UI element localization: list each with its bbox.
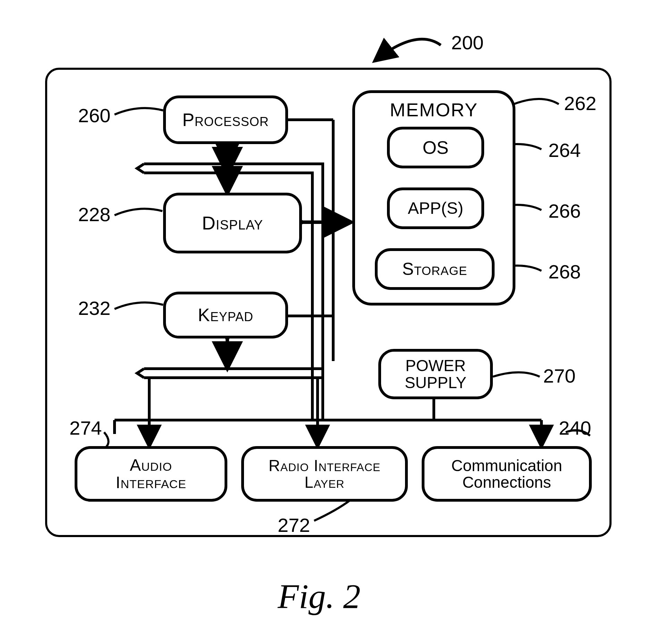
block-audio: Audio Interface (75, 446, 227, 502)
block-keypad: Keypad (163, 292, 288, 338)
label-audio-l2: Interface (116, 474, 186, 491)
block-display: Display (163, 193, 302, 253)
label-display: Display (202, 213, 263, 233)
label-apps: APP(S) (408, 200, 463, 217)
block-power: POWER SUPPLY (378, 349, 493, 399)
label-ril-l1: Radio Interface (269, 457, 381, 474)
label-comm-l2: Connections (462, 474, 551, 491)
ref-power: 270 (543, 365, 575, 387)
block-comm: Communication Connections (422, 446, 592, 502)
ref-ril: 272 (278, 514, 310, 536)
label-comm-l1: Communication (451, 457, 562, 474)
label-audio-l1: Audio (130, 457, 172, 474)
ref-apps: 266 (548, 200, 581, 222)
label-memory: MEMORY (385, 99, 482, 120)
label-ril-l2: Layer (304, 474, 344, 491)
block-storage: Storage (375, 248, 495, 290)
ref-os: 264 (548, 139, 581, 161)
label-power-l2: SUPPLY (405, 374, 466, 391)
ref-audio: 274 (69, 417, 102, 439)
ref-display: 228 (78, 203, 110, 226)
label-power-l1: POWER (405, 357, 466, 374)
ref-storage: 268 (548, 260, 581, 283)
block-apps: APP(S) (387, 187, 484, 229)
block-ril: Radio Interface Layer (241, 446, 408, 502)
ref-device: 200 (451, 31, 483, 54)
ref-memory: 262 (564, 92, 596, 115)
ref-comm: 240 (559, 417, 591, 439)
block-processor: Processor (163, 95, 288, 144)
label-keypad: Keypad (198, 306, 253, 325)
figure-caption: Fig. 2 (278, 576, 361, 616)
block-os: OS (387, 127, 484, 168)
ref-processor: 260 (78, 104, 110, 127)
label-os: OS (422, 138, 448, 157)
label-processor: Processor (182, 110, 269, 129)
diagram-stage: Processor Display Keypad MEMORY OS APP(S… (0, 0, 657, 644)
label-storage: Storage (402, 260, 468, 278)
ref-keypad: 232 (78, 297, 110, 319)
